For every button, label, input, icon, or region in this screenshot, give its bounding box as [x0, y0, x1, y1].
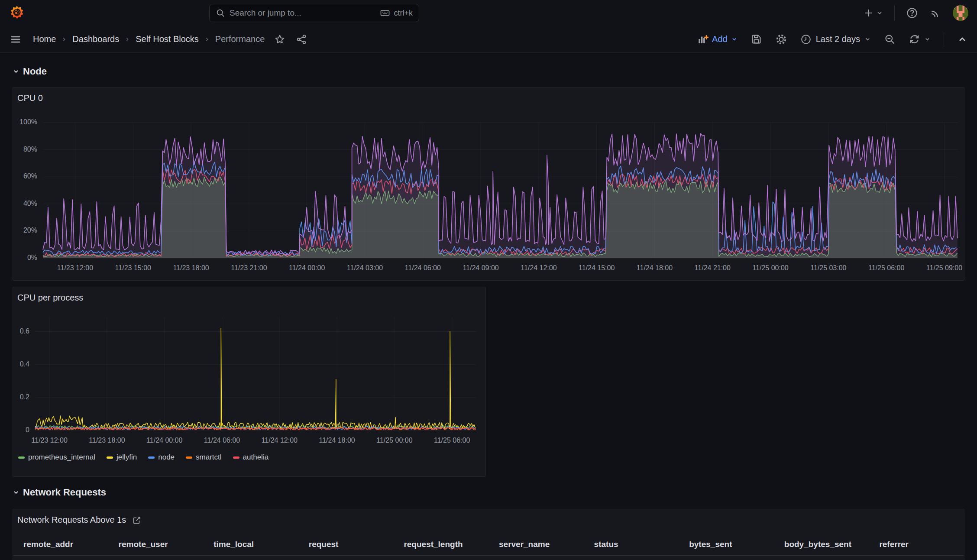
- chevron-down-icon: [864, 36, 871, 42]
- x-axis-tick-label: 11/23 12:00: [45, 264, 105, 272]
- x-axis-tick-label: 11/24 00:00: [134, 437, 195, 444]
- cpu0-chart[interactable]: [13, 87, 964, 280]
- x-axis-tick-label: 11/24 06:00: [392, 264, 453, 272]
- x-axis-tick-label: 11/25 09:00: [914, 264, 974, 272]
- column-header-request[interactable]: request: [298, 534, 394, 555]
- column-header-body_bytes_sent[interactable]: body_bytes_sent: [774, 534, 869, 555]
- y-axis-tick-label: 0%: [13, 254, 37, 262]
- dashboard-canvas: Node CPU 0 0%20%40%60%80%100%11/23 12:00…: [0, 53, 977, 560]
- x-axis-tick-label: 11/25 03:00: [798, 264, 859, 272]
- x-axis-tick-label: 11/24 09:00: [450, 264, 511, 272]
- chevron-right-icon: [204, 36, 210, 42]
- table-cell-status: 101: [584, 556, 679, 560]
- breadcrumb-item[interactable]: Performance: [215, 34, 265, 44]
- x-axis-tick-label: 11/23 12:00: [19, 437, 80, 444]
- favorite-star-icon[interactable]: [274, 34, 285, 45]
- keyboard-icon: [380, 8, 390, 18]
- breadcrumb-item[interactable]: Home: [33, 34, 56, 44]
- add-label: Add: [712, 34, 728, 44]
- panel-cpu0[interactable]: CPU 0 0%20%40%60%80%100%11/23 12:0011/23…: [13, 87, 964, 281]
- news-rss-icon[interactable]: [929, 7, 941, 19]
- row-network-requests[interactable]: Network Requests: [13, 487, 106, 498]
- y-axis-tick-label: 0.6: [13, 327, 29, 335]
- x-axis-tick-label: 11/25 06:00: [856, 264, 917, 272]
- chevron-down-icon: [13, 489, 19, 496]
- zoom-out-icon[interactable]: [884, 33, 896, 45]
- panel-title: Network Requests Above 1s: [17, 515, 142, 525]
- time-range-picker[interactable]: Last 2 days: [800, 34, 871, 45]
- search-input[interactable]: Search or jump to... ctrl+k: [209, 4, 419, 22]
- dashboard-toolbar: HomeDashboardsSelf Host BlocksPerformanc…: [0, 26, 977, 53]
- legend-label: authelia: [243, 453, 269, 462]
- panel-cpu-per-process[interactable]: CPU per process 00.20.40.611/23 12:0011/…: [13, 287, 486, 477]
- legend-item-smartctl[interactable]: smartctl: [186, 453, 222, 462]
- column-header-server_name[interactable]: server_name: [488, 534, 584, 555]
- collapse-chevron-up-icon[interactable]: [957, 34, 967, 45]
- chevron-down-icon: [731, 36, 738, 42]
- legend-label: node: [158, 453, 175, 462]
- y-axis-tick-label: 0.4: [13, 360, 29, 368]
- legend-swatch: [233, 456, 239, 459]
- legend-swatch: [107, 456, 113, 459]
- table-cell-remote_user: -: [108, 556, 204, 560]
- help-icon[interactable]: [906, 7, 918, 19]
- x-axis-tick-label: 11/25 00:00: [364, 437, 425, 444]
- x-axis-tick-label: 11/24 03:00: [334, 264, 395, 272]
- y-axis-tick-label: 0.2: [13, 393, 29, 401]
- breadcrumb-item[interactable]: Dashboards: [72, 34, 119, 44]
- refresh-icon[interactable]: [909, 33, 931, 45]
- legend-label: prometheus_internal: [28, 453, 95, 462]
- column-header-request_length[interactable]: request_length: [393, 534, 488, 555]
- column-header-remote_user[interactable]: remote_user: [108, 534, 204, 555]
- legend-swatch: [18, 456, 25, 459]
- x-axis-tick-label: 11/25 06:00: [422, 437, 482, 444]
- x-axis-tick-label: 11/23 18:00: [161, 264, 221, 272]
- search-shortcut: ctrl+k: [380, 8, 413, 18]
- x-axis-tick-label: 11/23 21:00: [219, 264, 279, 272]
- y-axis-tick-label: 20%: [13, 227, 37, 234]
- chevron-down-icon: [13, 68, 19, 75]
- table-cell-referrer: -: [869, 556, 964, 560]
- breadcrumb-item[interactable]: Self Host Blocks: [136, 34, 199, 44]
- external-link-icon[interactable]: [132, 515, 142, 525]
- user-avatar[interactable]: [953, 5, 968, 21]
- y-axis-tick-label: 0: [13, 426, 29, 434]
- grafana-logo[interactable]: [9, 5, 25, 21]
- x-axis-tick-label: 11/24 21:00: [682, 264, 743, 272]
- column-header-time_local[interactable]: time_local: [203, 534, 298, 555]
- legend-item-authelia[interactable]: authelia: [233, 453, 269, 462]
- table-cell-remote_addr: 103.189.58.194: [13, 556, 108, 560]
- toolbar-divider: [944, 32, 944, 47]
- row-node[interactable]: Node: [13, 66, 47, 77]
- y-axis-tick-label: 40%: [13, 200, 37, 207]
- table-cell-time_local: 24/Nov/2023:06:0: [203, 556, 298, 560]
- chevron-right-icon: [61, 36, 67, 42]
- legend-item-prometheus_internal[interactable]: prometheus_internal: [18, 453, 95, 462]
- column-header-status[interactable]: status: [584, 534, 679, 555]
- menu-hamburger-icon[interactable]: [10, 33, 22, 45]
- column-header-bytes_sent[interactable]: bytes_sent: [679, 534, 774, 555]
- share-icon[interactable]: [296, 34, 307, 45]
- legend-item-jellyfin[interactable]: jellyfin: [107, 453, 137, 462]
- x-axis-tick-label: 11/24 06:00: [192, 437, 252, 444]
- dashboard-settings-gear-icon[interactable]: [775, 33, 787, 45]
- add-panel-button[interactable]: Add: [697, 34, 738, 45]
- new-dashboard-button[interactable]: [863, 8, 883, 18]
- table-cell-request_length: 1071: [393, 556, 488, 560]
- x-axis-tick-label: 11/24 15:00: [566, 264, 627, 272]
- top-nav-bar: Search or jump to... ctrl+k: [0, 0, 977, 26]
- table-cell-body_bytes_sent: 171: [774, 556, 869, 560]
- breadcrumb: HomeDashboardsSelf Host BlocksPerformanc…: [33, 34, 265, 44]
- column-header-remote_addr[interactable]: remote_addr: [13, 534, 108, 555]
- y-axis-tick-label: 100%: [13, 118, 37, 126]
- legend-label: smartctl: [196, 453, 222, 462]
- panel-network-requests-table[interactable]: Network Requests Above 1s remote_addrrem…: [13, 509, 964, 560]
- table-cell-server_name: jellyfin.example: [488, 556, 584, 560]
- cpu_per_process-chart[interactable]: [13, 287, 485, 476]
- save-dashboard-icon[interactable]: [751, 33, 762, 45]
- legend-item-node[interactable]: node: [148, 453, 175, 462]
- search-icon: [216, 8, 225, 18]
- column-header-referrer[interactable]: referrer: [869, 534, 964, 555]
- series-line-jellyfin: [35, 328, 475, 429]
- topbar-divider: [894, 6, 895, 20]
